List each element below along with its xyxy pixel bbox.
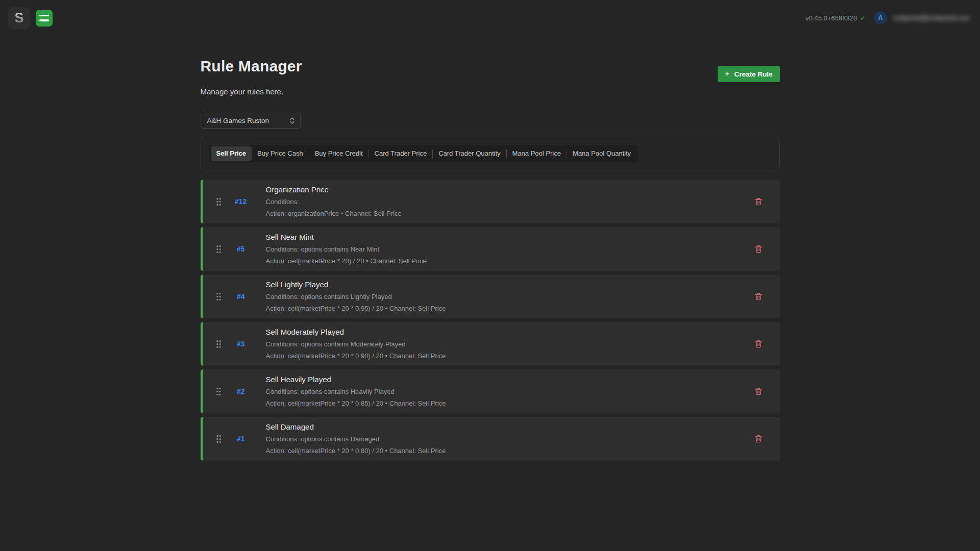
- page-subtitle: Manage your rules here.: [201, 87, 780, 96]
- app-header: S v0.45.0+659f0f28 ✓ A redacted@redacted…: [0, 0, 980, 36]
- drag-handle[interactable]: [216, 387, 222, 396]
- tab-card-trader-quantity[interactable]: Card Trader Quantity: [433, 146, 506, 161]
- tab-mana-pool-quantity[interactable]: Mana Pool Quantity: [567, 146, 636, 161]
- app-logo-letter: S: [14, 10, 23, 26]
- rule-conditions: Conditions:: [266, 197, 752, 207]
- trash-icon: [754, 197, 763, 206]
- rule-action: Action: ceil(marketPrice * 20 * 0.80) / …: [266, 446, 752, 456]
- delete-rule-button[interactable]: [752, 338, 765, 350]
- create-rule-label: Create Rule: [734, 70, 772, 78]
- drag-handle[interactable]: [216, 245, 222, 254]
- create-rule-button[interactable]: + Create Rule: [718, 66, 780, 82]
- menu-icon-bar2: [39, 19, 49, 21]
- channel-tab-strip: Sell PriceBuy Price CashBuy Price Credit…: [209, 145, 639, 162]
- rule-title: Sell Moderately Played: [266, 327, 752, 337]
- rule-body: Sell Lightly Played Conditions: options …: [266, 280, 752, 313]
- rule-number: #3: [230, 340, 252, 348]
- rule-title: Organization Price: [266, 185, 752, 195]
- avatar[interactable]: A: [874, 11, 887, 24]
- delete-rule-button[interactable]: [752, 385, 765, 397]
- tab-mana-pool-price[interactable]: Mana Pool Price: [507, 146, 567, 161]
- rule-number: #5: [230, 245, 252, 253]
- rule-number: #12: [230, 197, 252, 206]
- version-label: v0.45.0+659f0f28: [805, 14, 857, 22]
- plus-icon: +: [725, 69, 730, 78]
- rule-action: Action: organizationPrice • Channel: Sel…: [266, 209, 752, 218]
- rule-action: Action: ceil(marketPrice * 20 * 0.90) / …: [266, 351, 752, 361]
- store-select[interactable]: A&H Games Ruston: [201, 113, 301, 129]
- delete-rule-button[interactable]: [752, 290, 765, 303]
- tab-buy-price-credit[interactable]: Buy Price Credit: [309, 146, 369, 161]
- rule-conditions: Conditions: options contains Heavily Pla…: [266, 387, 752, 396]
- rule-card-2: #2 Sell Heavily Played Conditions: optio…: [201, 369, 780, 413]
- menu-button[interactable]: [36, 10, 53, 27]
- rule-title: Sell Damaged: [266, 422, 752, 432]
- check-icon: ✓: [860, 14, 866, 22]
- trash-icon: [754, 387, 763, 395]
- rule-card-1: #1 Sell Damaged Conditions: options cont…: [201, 417, 780, 461]
- rule-action: Action: ceil(marketPrice * 20 * 0.95) / …: [266, 304, 752, 313]
- rule-body: Sell Heavily Played Conditions: options …: [266, 374, 752, 408]
- tab-buy-price-cash[interactable]: Buy Price Cash: [252, 146, 309, 161]
- rule-body: Sell Moderately Played Conditions: optio…: [266, 327, 752, 361]
- trash-icon: [754, 245, 763, 253]
- rule-title: Sell Lightly Played: [266, 280, 752, 290]
- rule-card-5: #5 Sell Near Mint Conditions: options co…: [201, 227, 780, 271]
- rule-number: #4: [230, 292, 252, 300]
- rule-number: #2: [230, 387, 252, 395]
- main-content: Rule Manager Manage your rules here. + C…: [201, 36, 780, 461]
- chevron-updown-icon: [289, 117, 295, 124]
- delete-rule-button[interactable]: [752, 195, 765, 208]
- tab-sell-price[interactable]: Sell Price: [211, 146, 252, 161]
- rule-action: Action: ceil(marketPrice * 20 * 0.85) / …: [266, 398, 752, 408]
- drag-handle[interactable]: [216, 292, 222, 301]
- rule-title: Sell Heavily Played: [266, 374, 752, 385]
- drag-handle[interactable]: [216, 340, 222, 348]
- user-email-blurred: redacted@redacted.com: [893, 14, 970, 22]
- trash-icon: [754, 435, 763, 443]
- rule-card-3: #3 Sell Moderately Played Conditions: op…: [201, 322, 780, 366]
- rules-list: #12 Organization Price Conditions: Actio…: [201, 180, 780, 461]
- rule-conditions: Conditions: options contains Lightly Pla…: [266, 292, 752, 302]
- drag-handle[interactable]: [216, 197, 222, 206]
- rule-body: Organization Price Conditions: Action: o…: [266, 185, 752, 218]
- rule-body: Sell Near Mint Conditions: options conta…: [266, 232, 752, 266]
- rule-conditions: Conditions: options contains Moderately …: [266, 339, 752, 349]
- trash-icon: [754, 292, 763, 300]
- channel-tabs-card: Sell PriceBuy Price CashBuy Price Credit…: [201, 137, 780, 170]
- rule-action: Action: ceil(marketPrice * 20) / 20 • Ch…: [266, 256, 752, 266]
- rule-body: Sell Damaged Conditions: options contain…: [266, 422, 752, 456]
- page-title: Rule Manager: [201, 58, 780, 75]
- menu-icon: [39, 15, 49, 17]
- delete-rule-button[interactable]: [752, 433, 765, 445]
- store-select-value: A&H Games Ruston: [207, 117, 289, 124]
- header-right: v0.45.0+659f0f28 ✓ A redacted@redacted.c…: [805, 11, 970, 24]
- rule-conditions: Conditions: options contains Near Mint: [266, 244, 752, 254]
- drag-handle[interactable]: [216, 435, 222, 443]
- delete-rule-button[interactable]: [752, 243, 765, 255]
- app-logo[interactable]: S: [8, 7, 30, 29]
- rule-conditions: Conditions: options contains Damaged: [266, 434, 752, 444]
- rule-title: Sell Near Mint: [266, 232, 752, 242]
- rule-card-4: #4 Sell Lightly Played Conditions: optio…: [201, 274, 780, 318]
- rule-card-12: #12 Organization Price Conditions: Actio…: [201, 180, 780, 223]
- trash-icon: [754, 340, 763, 348]
- rule-number: #1: [230, 435, 252, 443]
- tab-card-trader-price[interactable]: Card Trader Price: [369, 146, 433, 161]
